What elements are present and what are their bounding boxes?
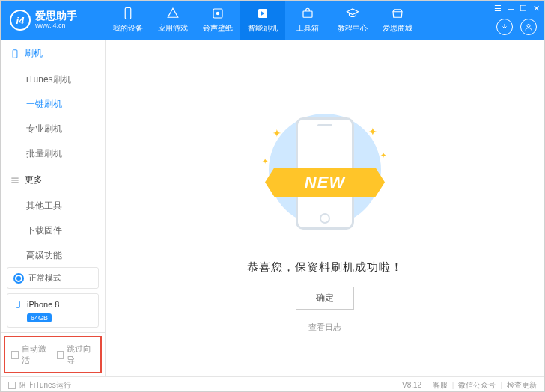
cb-label: 跳过向导 (67, 343, 94, 366)
menu-icon[interactable]: ☰ (494, 4, 502, 13)
app-logo: i4 爱思助手 www.i4.cn (1, 10, 106, 31)
device-box[interactable]: iPhone 8 64GB (7, 293, 99, 328)
maximize-icon[interactable]: ☐ (520, 4, 527, 13)
footer-link-wechat[interactable]: 微信公众号 (458, 380, 496, 391)
window-controls: ☰ ─ ☐ ✕ (494, 4, 540, 13)
minimize-icon[interactable]: ─ (508, 4, 514, 13)
svg-point-2 (216, 12, 220, 16)
status-dot-icon (13, 273, 24, 284)
svg-rect-0 (125, 8, 131, 19)
checkbox-auto-activate[interactable]: 自动激活 (11, 343, 49, 366)
store-icon (391, 7, 404, 20)
success-illustration: ✦ ✦ ✦ ✦ NEW (250, 106, 400, 241)
footer-link-support[interactable]: 客服 (433, 380, 448, 391)
toolbox-icon (301, 7, 314, 20)
device-name: iPhone 8 (27, 300, 59, 309)
sidebar-item-batch-flash[interactable]: 批量刷机 (1, 141, 105, 166)
nav-label: 铃声壁纸 (203, 23, 233, 34)
nav-store[interactable]: 爱思商城 (375, 1, 420, 40)
nav-label: 应用游戏 (158, 23, 188, 34)
app-url: www.i4.cn (35, 22, 77, 30)
header-actions (496, 19, 537, 35)
grad-cap-icon (346, 7, 359, 20)
main-content: ✦ ✦ ✦ ✦ NEW 恭喜您，保资料刷机成功啦！ 确定 查看日志 (106, 40, 544, 376)
download-icon[interactable] (496, 19, 513, 35)
phone-small-icon (13, 298, 22, 310)
logo-icon: i4 (10, 10, 31, 31)
device-icon (10, 49, 20, 59)
nav-ringtone[interactable]: 铃声壁纸 (195, 1, 240, 40)
star-icon: ✦ (262, 157, 268, 165)
mode-status[interactable]: 正常模式 (7, 267, 99, 289)
nav-flash[interactable]: 智能刷机 (240, 1, 285, 40)
nav-label: 智能刷机 (248, 23, 278, 34)
ok-button[interactable]: 确定 (296, 287, 354, 310)
checkbox-skip-guide[interactable]: 跳过向导 (57, 343, 95, 366)
nav-label: 工具箱 (296, 23, 319, 34)
sidebar-group-flash[interactable]: 刷机 (1, 40, 105, 67)
sidebar-item-download-firmware[interactable]: 下载固件 (1, 218, 105, 243)
sidebar-item-pro-flash[interactable]: 专业刷机 (1, 117, 105, 141)
svg-rect-6 (13, 49, 17, 58)
footer: 阻止iTunes运行 V8.12 | 客服 | 微信公众号 | 检查更新 (1, 376, 544, 392)
new-ribbon: NEW (265, 168, 385, 197)
nav-label: 我的设备 (113, 23, 143, 34)
svg-rect-7 (16, 301, 20, 308)
cb-label: 阻止iTunes运行 (19, 380, 71, 391)
group-title: 更多 (25, 174, 43, 186)
phone-icon (121, 7, 135, 20)
apps-icon (166, 7, 180, 20)
group-title: 刷机 (25, 47, 43, 60)
app-name: 爱思助手 (35, 10, 77, 22)
sidebar-item-other-tools[interactable]: 其他工具 (1, 194, 105, 218)
storage-badge: 64GB (27, 313, 52, 322)
sidebar-item-advanced[interactable]: 高级功能 (1, 243, 105, 263)
view-log-link[interactable]: 查看日志 (308, 322, 341, 333)
list-icon (10, 175, 20, 186)
svg-point-5 (527, 25, 530, 28)
star-icon: ✦ (380, 151, 386, 159)
nav-apps[interactable]: 应用游戏 (150, 1, 195, 40)
nav-label: 教程中心 (338, 23, 368, 34)
sidebar: 刷机 iTunes刷机 一键刷机 专业刷机 批量刷机 更多 其他工具 下载固件 … (1, 40, 106, 376)
footer-link-update[interactable]: 检查更新 (507, 380, 537, 391)
close-icon[interactable]: ✕ (533, 4, 540, 13)
nav-label: 爱思商城 (383, 23, 412, 34)
flash-icon (256, 7, 270, 20)
star-icon: ✦ (368, 126, 377, 138)
svg-rect-4 (303, 11, 312, 17)
nav-tutorial[interactable]: 教程中心 (330, 1, 375, 40)
header: i4 爱思助手 www.i4.cn 我的设备 应用游戏 铃声壁纸 智能刷机 工具… (1, 1, 544, 40)
divider (1, 332, 105, 333)
success-message: 恭喜您，保资料刷机成功啦！ (247, 260, 403, 275)
wallpaper-icon (211, 7, 225, 20)
options-row: 自动激活 跳过向导 (4, 336, 102, 373)
sidebar-item-oneclick-flash[interactable]: 一键刷机 (1, 92, 105, 117)
status-text: 正常模式 (28, 272, 61, 284)
sidebar-group-more[interactable]: 更多 (1, 166, 105, 194)
version-label: V8.12 (402, 381, 421, 389)
nav-my-device[interactable]: 我的设备 (106, 1, 150, 40)
nav-toolbox[interactable]: 工具箱 (285, 1, 330, 40)
sidebar-item-itunes-flash[interactable]: iTunes刷机 (1, 67, 105, 92)
star-icon: ✦ (272, 127, 281, 139)
checkbox-block-itunes[interactable]: 阻止iTunes运行 (8, 380, 71, 391)
user-icon[interactable] (520, 19, 537, 35)
top-nav: 我的设备 应用游戏 铃声壁纸 智能刷机 工具箱 教程中心 爱思商城 (106, 1, 420, 40)
cb-label: 自动激活 (22, 343, 49, 366)
